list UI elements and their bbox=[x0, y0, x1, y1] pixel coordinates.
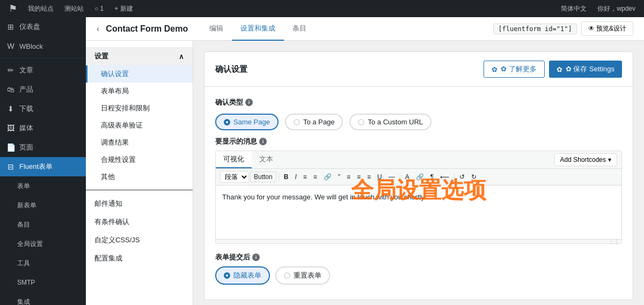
settings-menu-confirm[interactable]: 确认设置 bbox=[86, 65, 193, 83]
page-header: ‹ Contact Form Demo 编辑 设置和集成 条目 [fluentf… bbox=[86, 17, 644, 41]
toolbar-btn-indent[interactable]: ⟵ bbox=[437, 172, 452, 182]
toolbar-btn-italic[interactable]: I bbox=[292, 172, 299, 182]
toolbar-btn-align-justify[interactable]: ≡ bbox=[354, 172, 363, 182]
language-selector[interactable]: 简体中文 bbox=[557, 0, 591, 17]
hide-form-button[interactable]: 隐藏表单 bbox=[215, 266, 270, 285]
editor-tab-text[interactable]: 文本 bbox=[252, 151, 281, 168]
toolbar-btn-list[interactable]: ≡ bbox=[364, 172, 374, 182]
sidebar-item-integration[interactable]: 集成 bbox=[0, 292, 86, 305]
toolbar-btn-quote[interactable]: " bbox=[335, 172, 343, 182]
message-label: 要显示的消息 i bbox=[215, 137, 622, 146]
settings-menu-form-layout[interactable]: 表单布局 bbox=[86, 83, 193, 100]
learn-more-button[interactable]: ✿ ✿ 了解更多 bbox=[484, 61, 545, 78]
settings-group-header[interactable]: 设置 ∧ bbox=[86, 47, 193, 65]
chevron-icon: ∧ bbox=[179, 53, 184, 61]
admin-bar-new[interactable]: + 新建 bbox=[110, 0, 137, 17]
reset-form-button[interactable]: 重置表单 bbox=[275, 266, 330, 285]
wp-logo[interactable]: ⚑ bbox=[4, 0, 21, 17]
sidebar-item-global-settings[interactable]: 全局设置 bbox=[0, 234, 86, 254]
sidebar-label-entries: 条目 bbox=[17, 220, 30, 229]
sidebar-item-pages[interactable]: 📄 页面 bbox=[0, 138, 86, 157]
confirm-type-info-icon[interactable]: i bbox=[245, 99, 253, 106]
toolbar-btn-align-left[interactable]: ≡ bbox=[301, 172, 310, 182]
toolbar-btn-bold[interactable]: B bbox=[281, 172, 291, 182]
toolbar-btn-para[interactable]: ¶ bbox=[428, 172, 436, 182]
main-content: 确认设置 ✿ ✿ 了解更多 ✿ ✿ 保存 Settings bbox=[193, 41, 644, 305]
tab-settings[interactable]: 设置和集成 bbox=[232, 17, 284, 41]
settings-menu-email-notifications[interactable]: 邮件通知 bbox=[86, 195, 193, 213]
settings-menu-compliance[interactable]: 合规性设置 bbox=[86, 151, 193, 168]
confirm-section-header: 确认设置 ✿ ✿ 了解更多 ✿ ✿ 保存 Settings bbox=[204, 52, 633, 87]
confirm-section: 确认设置 ✿ ✿ 了解更多 ✿ ✿ 保存 Settings bbox=[204, 51, 633, 300]
shortcode-badge[interactable]: [fluentform id="1"] bbox=[493, 24, 576, 34]
toolbar-btn-anchor[interactable]: 🔗 bbox=[413, 172, 427, 182]
sidebar-item-smtp[interactable]: SMTP bbox=[0, 273, 86, 292]
sidebar-label-forms: 表单 bbox=[17, 182, 30, 191]
settings-menu-custom-css[interactable]: 自定义CSS/JS bbox=[86, 231, 193, 249]
confirm-section-body: 确认类型 i Same Page To a Page bbox=[204, 87, 633, 300]
settings-menu-advanced-validation[interactable]: 高级表单验证 bbox=[86, 117, 193, 134]
back-button[interactable]: ‹ bbox=[97, 24, 99, 34]
sidebar-item-posts[interactable]: ✏ 文章 bbox=[0, 61, 86, 80]
sidebar-label-new-form: 新表单 bbox=[17, 201, 36, 210]
user-greeting[interactable]: 你好，wpdev bbox=[593, 0, 640, 17]
sidebar-item-entries[interactable]: 条目 bbox=[0, 215, 86, 234]
radio-dot-to-url bbox=[358, 119, 364, 125]
sidebar-item-media[interactable]: 🖼 媒体 bbox=[0, 118, 86, 138]
posts-icon: ✏ bbox=[6, 66, 15, 75]
radio-same-page[interactable]: Same Page bbox=[215, 114, 279, 130]
settings-menu-configure-integration[interactable]: 配置集成 bbox=[86, 249, 193, 267]
sidebar: ⊞ 仪表盘 W WBlock ✏ 文章 🛍 产品 ⬇ 下载 🖼 媒体 📄 页面 … bbox=[0, 17, 86, 305]
editor-tab-visual[interactable]: 可视化 bbox=[216, 151, 252, 168]
page-title: Contact Form Demo bbox=[106, 24, 188, 34]
radio-to-url[interactable]: To a Custom URL bbox=[349, 114, 431, 130]
editor-wrapper: 可视化 文本 Add Shortcodes ▾ bbox=[215, 151, 622, 244]
toolbar-btn-underline[interactable]: U bbox=[375, 172, 385, 182]
toolbar-btn-redo[interactable]: ↻ bbox=[469, 172, 479, 182]
add-shortcodes-button[interactable]: Add Shortcodes ▾ bbox=[554, 153, 617, 166]
sidebar-item-fluent-forms[interactable]: ⊟ Fluent表单 bbox=[0, 157, 86, 176]
sidebar-label-tools: 工具 bbox=[17, 259, 30, 268]
sidebar-item-tools[interactable]: 工具 bbox=[0, 254, 86, 273]
tab-entries[interactable]: 条目 bbox=[284, 17, 315, 41]
toolbar-sep2 bbox=[400, 173, 400, 181]
settings-menu-schedule[interactable]: 日程安排和限制 bbox=[86, 100, 193, 117]
settings-group-main: 设置 ∧ 确认设置 表单布局 日程安排和限制 高级表单验证 调查结果 合规性设置… bbox=[86, 47, 193, 185]
sidebar-item-dashboard[interactable]: ⊞ 仪表盘 bbox=[0, 17, 86, 36]
toolbar-button-btn[interactable]: Button bbox=[250, 172, 276, 182]
sidebar-label-dashboard: 仪表盘 bbox=[19, 22, 40, 32]
toolbar-sep3 bbox=[454, 173, 455, 181]
page-tabs: 编辑 设置和集成 条目 bbox=[201, 17, 315, 41]
toolbar-btn-align-center[interactable]: ≡ bbox=[311, 172, 320, 182]
toolbar-btn-undo[interactable]: ↺ bbox=[457, 172, 467, 182]
sidebar-item-downloads[interactable]: ⬇ 下载 bbox=[0, 99, 86, 118]
radio-dot-reset bbox=[284, 272, 290, 279]
sidebar-item-wblock[interactable]: W WBlock bbox=[0, 36, 86, 56]
settings-menu-conditional-confirm[interactable]: 有条件确认 bbox=[86, 213, 193, 231]
preview-button[interactable]: 👁 预览&设计 bbox=[581, 21, 633, 36]
tab-edit[interactable]: 编辑 bbox=[201, 17, 232, 41]
sidebar-item-forms[interactable]: 表单 bbox=[0, 176, 86, 196]
save-settings-button[interactable]: ✿ ✿ 保存 Settings bbox=[549, 61, 622, 78]
toolbar-btn-color[interactable]: A bbox=[402, 172, 412, 182]
settings-menu-other[interactable]: 其他 bbox=[86, 168, 193, 185]
sidebar-item-new-form[interactable]: 新表单 bbox=[0, 196, 86, 215]
radio-to-page[interactable]: To a Page bbox=[285, 114, 343, 130]
after-submit-info-icon[interactable]: i bbox=[252, 254, 260, 261]
content-layout: 设置 ∧ 确认设置 表单布局 日程安排和限制 高级表单验证 调查结果 合规性设置… bbox=[86, 41, 644, 305]
toolbar-btn-align-right[interactable]: ≡ bbox=[344, 172, 353, 182]
sidebar-item-products[interactable]: 🛍 产品 bbox=[0, 80, 86, 99]
toolbar-btn-hr[interactable]: — bbox=[386, 172, 398, 182]
message-info-icon[interactable]: i bbox=[259, 138, 267, 145]
settings-menu-survey[interactable]: 调查结果 bbox=[86, 134, 193, 151]
admin-bar-comments[interactable]: ○ 1 bbox=[90, 0, 108, 17]
editor-body[interactable]: Thank you for your message. We will get … bbox=[216, 185, 621, 239]
sidebar-label-smtp: SMTP bbox=[17, 279, 35, 286]
toolbar-btn-link[interactable]: 🔗 bbox=[321, 172, 334, 182]
settings-group-title: 设置 bbox=[94, 51, 108, 61]
toolbar-sep1 bbox=[279, 173, 279, 181]
editor-resize-handle[interactable]: ⋮⋮ bbox=[216, 239, 621, 243]
format-select[interactable]: 段落 bbox=[220, 171, 249, 183]
admin-bar-my-site[interactable]: 我的站点 bbox=[24, 0, 58, 17]
admin-bar-site[interactable]: 测站站 bbox=[60, 0, 88, 17]
